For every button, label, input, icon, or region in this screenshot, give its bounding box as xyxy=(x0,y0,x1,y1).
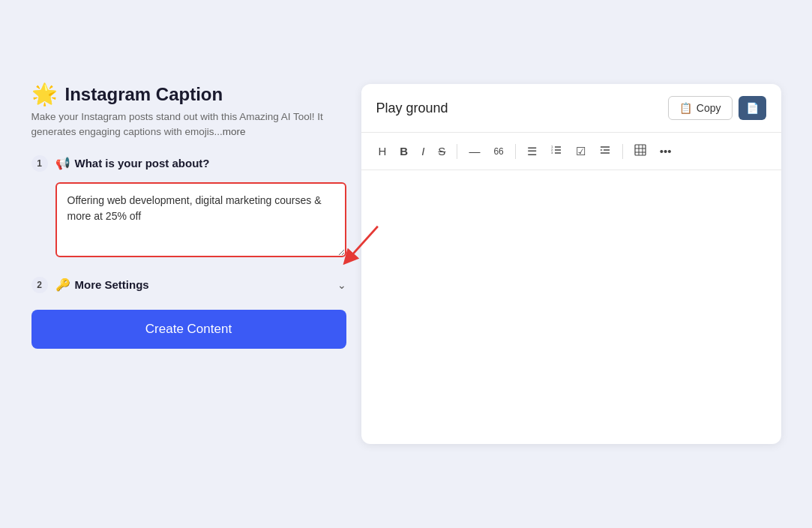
strike-label: S xyxy=(438,145,445,158)
toolbar-strikethrough[interactable]: S xyxy=(433,141,451,161)
toolbar-bullet-list[interactable]: ☰ xyxy=(522,141,542,162)
bold-label: B xyxy=(400,145,408,158)
more-options-icon: ••• xyxy=(660,145,672,158)
bullet-list-icon: ☰ xyxy=(527,145,537,158)
table-icon xyxy=(634,144,646,158)
right-panel: Play ground 📋 Copy 📄 H B I xyxy=(361,84,781,444)
copy-button[interactable]: 📋 Copy xyxy=(668,96,733,120)
step2-icon: 🔑 xyxy=(55,278,70,292)
editor-toolbar: H B I S — 66 ☰ xyxy=(361,133,781,170)
svg-rect-11 xyxy=(635,145,646,155)
subtitle-text: Make your Instagram posts stand out with… xyxy=(31,111,323,137)
toolbar-italic[interactable]: I xyxy=(416,141,430,161)
toolbar-heading[interactable]: H xyxy=(373,141,392,161)
toolbar-ordered-list[interactable]: 1. 2. 3. xyxy=(545,140,568,162)
subtitle: Make your Instagram posts stand out with… xyxy=(31,110,346,140)
step2-label-text: More Settings xyxy=(75,278,149,291)
more-settings-row[interactable]: 2 🔑 More Settings ⌄ xyxy=(31,275,346,295)
step2-section: 2 🔑 More Settings ⌄ xyxy=(31,275,346,295)
hr-label: — xyxy=(469,145,480,158)
document-button[interactable]: 📄 xyxy=(739,96,766,120)
playground-header: Play ground 📋 Copy 📄 xyxy=(361,84,781,133)
textarea-wrapper xyxy=(55,182,346,260)
post-textarea[interactable] xyxy=(55,182,346,257)
copy-btn-label: Copy xyxy=(697,102,721,114)
step1-icon: 📢 xyxy=(55,156,70,170)
quote-label: 66 xyxy=(493,146,503,157)
main-container: 🌟 Instagram Caption Make your Instagram … xyxy=(31,62,781,466)
step1-label-text: What is your post about? xyxy=(75,157,210,170)
chevron-down-icon: ⌄ xyxy=(337,279,346,291)
more-settings-content: 🔑 More Settings ⌄ xyxy=(55,278,346,292)
step1-header: 1 📢 What is your post about? xyxy=(31,155,346,172)
title-section: 🌟 Instagram Caption Make your Instagram … xyxy=(31,84,346,140)
toolbar-table[interactable] xyxy=(629,140,652,162)
more-link[interactable]: more xyxy=(223,126,246,137)
playground-actions: 📋 Copy 📄 xyxy=(668,96,766,120)
toolbar-blockquote[interactable]: 66 xyxy=(488,142,508,160)
create-content-button[interactable]: Create Content xyxy=(31,310,346,349)
toolbar-divider-3 xyxy=(622,144,623,159)
toolbar-more[interactable]: ••• xyxy=(655,141,677,161)
step2-label: 🔑 More Settings xyxy=(55,278,149,292)
ordered-list-icon: 1. 2. 3. xyxy=(550,144,562,158)
toolbar-divider-1 xyxy=(457,144,457,159)
left-panel: 🌟 Instagram Caption Make your Instagram … xyxy=(31,84,346,349)
toolbar-indent[interactable] xyxy=(594,140,616,162)
italic-label: I xyxy=(421,145,424,158)
indent-icon xyxy=(599,144,611,158)
step1-number: 1 xyxy=(31,155,48,172)
page-title: Instagram Caption xyxy=(65,84,223,105)
copy-icon: 📋 xyxy=(679,102,692,114)
title-icon: 🌟 xyxy=(31,84,58,105)
playground-title: Play ground xyxy=(376,100,448,116)
step1-label: 📢 What is your post about? xyxy=(55,156,210,170)
toolbar-hr[interactable]: — xyxy=(463,141,485,161)
toolbar-bold[interactable]: B xyxy=(394,141,413,161)
step1-section: 1 📢 What is your post about? xyxy=(31,155,346,260)
svg-text:3.: 3. xyxy=(551,151,553,154)
checklist-icon: ☑ xyxy=(576,145,586,158)
document-icon: 📄 xyxy=(746,102,759,114)
toolbar-divider-2 xyxy=(515,144,516,159)
playground-content[interactable] xyxy=(361,170,781,444)
heading-label: H xyxy=(379,145,387,158)
step2-number: 2 xyxy=(31,277,48,293)
title-row: 🌟 Instagram Caption xyxy=(31,84,346,105)
toolbar-checklist[interactable]: ☑ xyxy=(571,141,591,162)
